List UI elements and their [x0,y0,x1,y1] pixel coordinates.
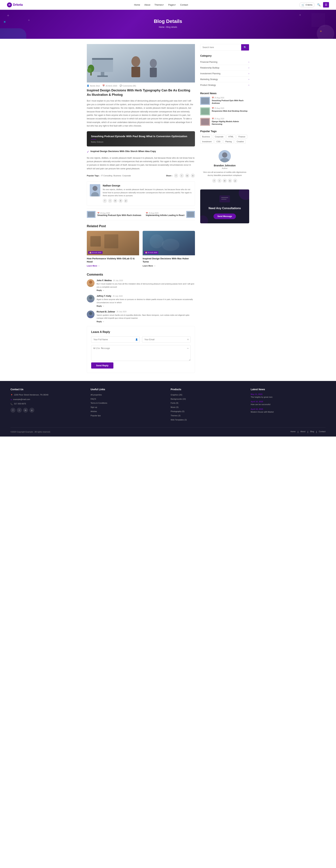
news-link-0[interactable]: May 11, 2020 [251,393,326,395]
author-social-pinterest[interactable]: p [233,179,237,183]
footer-social-pinterest[interactable]: p [29,408,34,412]
learn-more-0[interactable]: Learn More → [87,265,139,267]
footer-link-terms[interactable]: Terms & Conditions [91,401,166,405]
svg-rect-18 [187,212,194,217]
recent-news-0[interactable]: 📅 25 Aug 2020 Smashing Podcast Epis With… [200,97,249,105]
search-button[interactable]: 🔍 [317,3,320,6]
tag-0[interactable]: IT Consulting [101,175,113,177]
news-link-1[interactable]: April 10, 2020 [251,401,326,403]
social-facebook[interactable]: f [103,199,107,203]
footer-product-photography[interactable]: Photography (5) [171,410,246,413]
tag-finance[interactable]: Finance [236,135,247,138]
footer-bottom-blog[interactable]: Blog [310,430,314,433]
footer-product-music[interactable]: Music (5) [171,406,246,409]
category-financial-planning[interactable]: Financial Planning › [200,59,249,65]
svg-rect-2 [92,58,113,60]
menu-button[interactable]: ☰ [323,2,329,7]
share-facebook[interactable]: f [174,174,178,178]
footer-link-allproperties[interactable]: All properties [91,393,166,397]
category-product-strategy[interactable]: Product Strategy › [200,82,249,88]
author-widget-svg [219,150,231,162]
reply-link-1[interactable]: Reply → [96,305,195,307]
tag-html[interactable]: HTML [226,135,235,138]
footer-product-webtemplates[interactable]: Web Templates (3) [171,418,246,422]
calendar-icon: 📅 [102,85,105,87]
footer-social-facebook[interactable]: f [10,408,16,412]
nav-home[interactable]: Home [134,3,140,6]
footer-product-graphics[interactable]: Graphics (26) [171,393,246,397]
next-post[interactable]: 📅 25 Aug 2020 Implementing Infinite Load… [146,211,195,218]
name-input[interactable] [91,336,140,343]
recent-thumb-0 [200,97,210,105]
recent-news-1[interactable]: 📅 25 Aug 2020 Responsive Web And Desktop… [200,107,249,115]
tag-1[interactable]: Business [113,175,121,177]
social-pinterest[interactable]: p [124,199,128,203]
nav-themes[interactable]: Themes+ [155,3,164,6]
footer-bottom-contact[interactable]: Contact [319,430,326,433]
footer-link-faqs[interactable]: FAQ'S [91,397,166,401]
footer-product-themes[interactable]: Themes (3) [171,414,246,417]
comment-date-0: 25 July 2020 [113,280,123,282]
category-marketing-strategy[interactable]: Marketing Strategy › [200,76,249,82]
author-social-facebook[interactable]: f [212,179,216,183]
footer-link-popular-tips[interactable]: Popular tips [91,414,166,417]
search-submit-button[interactable]: 🔍 [241,44,249,51]
footer-social-instagram[interactable]: in [23,408,28,412]
prev-post[interactable]: 📅 25 Aug 2020 Smashing Podcast Epis With… [87,211,141,218]
recent-news-2[interactable]: 📅 25 Aug 2020 Django Highlig Models Admi… [200,118,249,126]
tag-corporate[interactable]: Corporate [213,135,225,138]
footer-bottom-home[interactable]: Home [290,430,296,433]
footer-link-signup[interactable]: Sign up [91,406,166,409]
tag-investment[interactable]: Investment [200,140,214,144]
logo[interactable]: ⟳ Drketa [7,2,23,7]
category-relationship-buildup[interactable]: Relationship Buildup › [200,65,249,71]
social-instagram[interactable]: in [113,199,117,203]
svg-rect-44 [221,197,228,198]
footer-products-title: Products [171,388,246,391]
email-input[interactable] [142,336,191,343]
share-pinterest[interactable]: b [191,174,195,178]
recent-date-1: 📅 25 Aug 2020 [212,107,249,109]
hero-decorations: + + + + ✕ [0,10,336,39]
share-twitter[interactable]: t [179,174,184,178]
author-social-behance[interactable]: b [228,179,232,183]
author-social-instagram[interactable]: in [223,179,227,183]
nav-about[interactable]: About [144,3,150,6]
popular-tags-widget: Popular Tags Business Corporate HTML Fin… [200,130,249,144]
learn-more-1[interactable]: Learn More → [143,265,195,267]
search-input[interactable] [200,44,241,50]
tag-creative[interactable]: Creative [235,140,246,144]
footer-bottom-about[interactable]: About [301,430,306,433]
tag-business[interactable]: Business [200,135,212,138]
footer-link-articles[interactable]: Articles [91,410,166,413]
message-textarea[interactable] [91,345,191,361]
social-twitter[interactable]: t [108,199,112,203]
breadcrumb-current: Blog details [166,26,177,28]
footer-social-twitter[interactable]: t [17,408,22,412]
tag-planing[interactable]: Planing [223,140,234,144]
comment-avatar-2 [87,311,94,318]
share-instagram[interactable]: in [185,174,189,178]
nav-pages[interactable]: Pages+ [168,3,176,6]
tag-2[interactable]: Corporate [122,175,131,177]
consultation-button[interactable]: Send Message [214,214,236,219]
author-social-twitter[interactable]: t [217,179,222,183]
category-investement-planning[interactable]: Investement Planning › [200,71,249,76]
breadcrumb-home[interactable]: Home [159,26,165,28]
prev-title: Smashing Podcast Epis With Rach Andrews [97,214,141,217]
reply-arrow-2: → [102,320,104,322]
calendar-icon-next: 📅 [146,212,148,214]
tag-css[interactable]: CSS [215,140,222,144]
footer-product-fonts[interactable]: Fonts (9) [171,401,246,405]
cart-button[interactable]: 🛒 0 items [299,2,315,7]
cart-label: 0 items [306,4,312,6]
footer-product-backgrounds[interactable]: Backgrounds (10) [171,397,246,401]
reply-link-2[interactable]: Reply → [96,320,195,322]
news-link-2[interactable]: April 10, 2020 [251,408,326,410]
form-name-email-row: 👤 ✉ [91,336,191,343]
nav-contact[interactable]: Contact [180,3,188,6]
social-behance[interactable]: b [118,199,123,203]
reply-link-0[interactable]: Reply → [96,289,195,291]
prev-thumb-svg [87,211,95,218]
send-reply-button[interactable]: Send Reply [91,363,113,369]
